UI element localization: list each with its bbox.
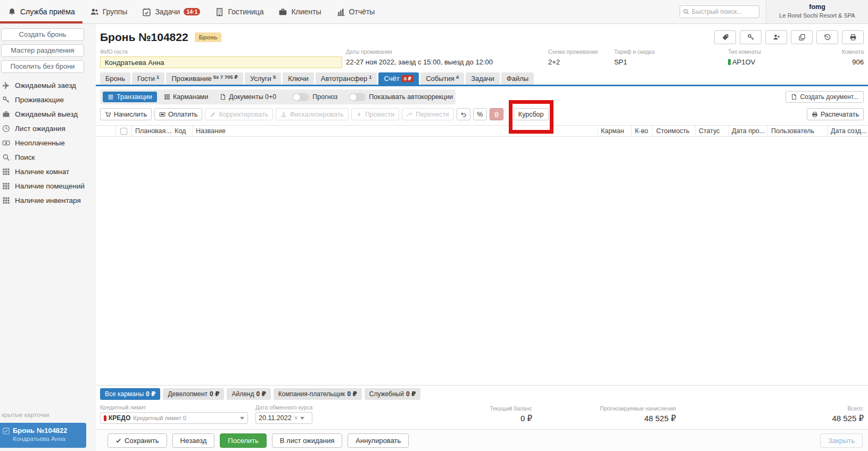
mode-documents[interactable]: Документы 0+0 [215,92,281,102]
split-master-button[interactable]: Мастер разделения [1,44,84,57]
quick-search-input[interactable] [680,5,759,18]
page-head: Бронь №104822 Бронь [96,24,868,44]
sidebar-item-inventory-availability[interactable]: Наличие инвентаря [0,193,96,208]
sidebar-item-expected-arrival[interactable]: Ожидаемый заезд [0,78,96,93]
printer-icon [812,111,818,118]
fiscalize-button[interactable]: Фискализировать [276,108,349,120]
tariff-value: SP1 [614,56,728,68]
tab-guests[interactable]: Гости1 [132,72,164,85]
pay-button[interactable]: Оплатить [154,108,202,120]
copy-button[interactable] [791,30,813,44]
pocket-island[interactable]: Айленд0 ₽ [227,388,270,400]
sidebar-item-unpaid[interactable]: Неоплаченные [0,136,96,150]
no-show-button[interactable]: Незаезд [172,433,215,448]
select-all-checkbox[interactable] [120,128,127,135]
nav-item-groups[interactable]: Группы [82,0,135,23]
tasks-count-badge: 14·1 [184,8,200,15]
column-name[interactable]: Название [193,126,598,136]
pocket-filter-bar: Все карманы0 ₽ Девелопмент0 ₽ Айленд0 ₽ … [96,385,868,403]
column-status[interactable]: Статус [696,126,729,136]
user-plus-icon [773,34,780,41]
pocket-development[interactable]: Девелопмент0 ₽ [163,388,224,400]
column-planned[interactable]: Плановая... [132,126,171,136]
tab-tasks[interactable]: Задачи [466,72,500,85]
history-button[interactable] [816,30,838,44]
tab-events[interactable]: События4 [420,72,464,85]
column-created-date[interactable]: Дата созд... [828,126,868,136]
view-bar: Транзакции Карманами Документы 0+0 Прогн… [100,89,864,104]
save-button[interactable]: Сохранить [108,433,167,448]
forecast-toggle[interactable] [293,93,309,101]
annul-button[interactable]: Аннулировать [348,433,409,448]
building-icon [215,7,224,17]
credit-limit-select[interactable]: КРЕДО Кредитный лимит 0 [100,412,248,424]
tab-services[interactable]: Услуги5 [245,72,281,85]
exchange-date-select[interactable]: 20.11.2022 × [255,412,312,424]
pocket-payer-company[interactable]: Компания-плательщик0 ₽ [274,388,362,400]
print-button[interactable] [842,30,864,44]
pocket-all[interactable]: Все карманы0 ₽ [100,388,160,400]
tab-account[interactable]: Счёт0 ₽ [378,72,419,85]
column-user[interactable]: Пользователь [768,126,828,136]
bar-chart-icon [336,7,345,17]
pocket-service[interactable]: Служебный0 ₽ [365,388,421,400]
tab-transfer[interactable]: Автотрансфер1 [316,72,377,85]
mode-transactions[interactable]: Транзакции [103,92,157,102]
sidebar-item-search[interactable]: Поиск [0,150,96,165]
post-button[interactable]: Провести [351,108,399,120]
nav-item-hotel[interactable]: Гостиница [208,0,271,23]
room-type-field: Тип комнаты AP1OV [728,48,842,68]
keys-button[interactable] [740,30,762,44]
nav-label: Группы [103,7,128,16]
tab-booking[interactable]: Бронь [100,72,130,85]
kursbor-button[interactable]: Курсбор [514,108,549,120]
delete-button[interactable] [490,108,503,120]
tags-button[interactable] [714,30,736,44]
to-waitlist-button[interactable]: В лист ожидания [272,433,343,448]
close-button[interactable]: Закрыть [820,433,863,448]
nav-item-reports[interactable]: Отчёты [329,0,383,23]
sidebar-item-label: Поиск [15,153,35,161]
undo-button[interactable] [457,108,470,120]
field-label: Тариф и скидка [614,48,728,55]
sidebar-item-room-availability[interactable]: Наличие комнат [0,165,96,179]
field-label: Схема проживания [548,48,614,55]
charge-button[interactable]: Начислить [100,108,152,120]
create-booking-button[interactable]: Создать бронь [1,28,84,41]
check-in-button[interactable]: Поселить [220,433,266,448]
payment-icon [159,111,166,118]
guest-name-input[interactable] [100,56,342,68]
column-quantity[interactable]: К-во [632,126,653,136]
column-pocket[interactable]: Карман [598,126,632,136]
sidebar-item-space-availability[interactable]: Наличие помещений [0,179,96,193]
add-guest-button[interactable] [765,30,787,44]
tab-keys[interactable]: Ключи [283,72,314,85]
stamp-icon [280,111,287,118]
sidebar-item-in-house[interactable]: Проживающие [0,93,96,107]
exchange-date-field: Дата обменного курса 20.11.2022 × [255,404,312,426]
tab-files[interactable]: Файлы [501,72,534,85]
plane-icon [2,81,10,89]
exchange-date-label: Дата обменного курса [255,404,312,411]
discount-percent-button[interactable]: % [473,108,487,120]
transfer-button[interactable]: Перенести [402,108,454,120]
open-card-booking[interactable]: Бронь №104822 Кондратьева Анна [0,423,86,448]
sidebar-item-expected-departure[interactable]: Ожидаемый выезд [0,107,96,121]
mode-pockets[interactable]: Карманами [159,92,213,102]
tab-accommodation[interactable]: Проживание5x 7 705 ₽ [166,72,243,85]
print-list-button[interactable]: Распечатать [807,108,864,120]
create-document-button[interactable]: Создать документ... [786,91,864,103]
nav-item-clients[interactable]: Клиенты [271,0,328,23]
checkin-without-booking-button[interactable]: Поселить без брони [1,60,84,73]
column-code[interactable]: Код [171,126,193,136]
clear-date-icon[interactable]: × [294,414,298,422]
user-box[interactable]: fomg Le Rond Sochi Resort & SPA [766,0,868,23]
correct-button[interactable]: Корректировать [205,108,273,120]
sidebar-item-waitlist[interactable]: Лист ожидания [0,121,96,136]
nav-item-front-desk[interactable]: Служба приёма [0,0,82,23]
column-operation-date[interactable]: Дата про... [729,126,768,136]
nav-item-tasks[interactable]: Задачи 14·1 [135,0,208,23]
autocorrections-toggle[interactable] [349,93,366,101]
column-cost[interactable]: Стоимость [653,126,696,136]
room-field: Комната 906 [842,48,864,68]
